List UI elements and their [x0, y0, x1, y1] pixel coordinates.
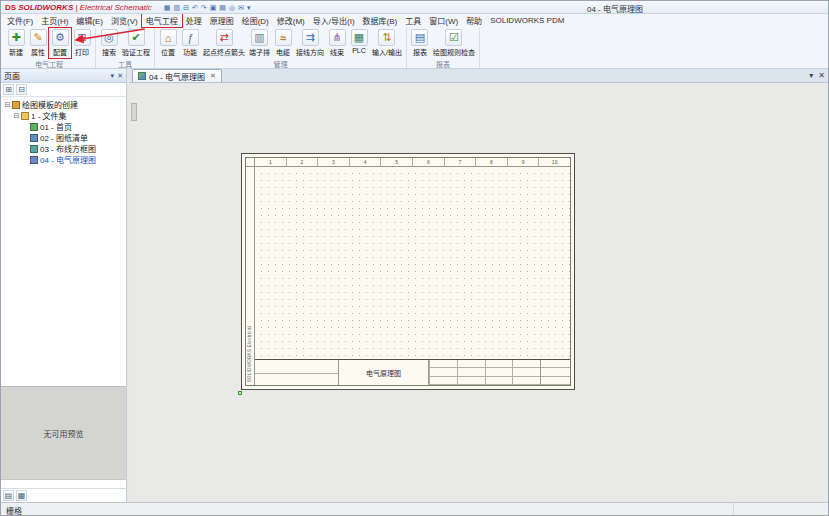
close-document-icon[interactable]: ✕ — [818, 71, 825, 80]
drawing-sheet[interactable]: 12345678910 SOLIDWORKS Electrical 电气原理图 — [241, 153, 575, 390]
undo-icon[interactable]: ↶ — [192, 3, 198, 12]
sheet-grid[interactable] — [255, 167, 570, 359]
ribbon-button-drc[interactable]: ☑绘图规则检查 — [431, 28, 477, 58]
tree-item-label: 绘图模板的创建 — [22, 99, 78, 110]
menu-tab-8[interactable]: 修改(M) — [273, 14, 309, 27]
menu-tab-7[interactable]: 绘图(D) — [238, 14, 273, 27]
solidworks-logo-icon: DS — [5, 3, 16, 12]
ribbon-group: ✚新建✎属性⚙配置⊟打印电气工程 — [3, 28, 96, 68]
ribbon-button-properties[interactable]: ✎属性 — [27, 28, 49, 58]
document-tabbar: 04 - 电气原理图 ✕ ▾✕ — [129, 69, 828, 83]
tab-list-dropdown-icon[interactable]: ▾ — [809, 71, 813, 80]
menu-tab-2[interactable]: 编辑(E) — [72, 14, 107, 27]
page-schematic-icon — [30, 156, 38, 164]
save-all-icon[interactable]: ▥ — [173, 3, 180, 12]
sheet-column-label: 10 — [538, 158, 570, 166]
fileset-icon — [21, 112, 29, 120]
cable-icon: ≈ — [275, 29, 292, 46]
panel-menu-icon[interactable]: ▾ — [111, 72, 115, 80]
quick-access-toolbar: ▦▥⊟↶↷▣▤◎✉▾ — [164, 3, 251, 12]
menu-tab-1[interactable]: 主页(H) — [37, 14, 72, 27]
sheet-column-label: 1 — [255, 158, 286, 166]
save-icon[interactable]: ▦ — [164, 3, 171, 12]
menu-tab-14[interactable]: SOLIDWORKS PDM — [486, 15, 568, 26]
application-window: DS SOLIDWORKS | Electrical Schematic ▦▥⊟… — [0, 0, 829, 516]
sheet-column-label: 3 — [317, 158, 349, 166]
brand-name: SOLIDWORKS — [18, 3, 73, 12]
menu-tab-13[interactable]: 帮助 — [462, 14, 486, 27]
expander-icon[interactable]: ⊟ — [3, 101, 12, 109]
ribbon-button-terminal-strip[interactable]: ▥端子排 — [247, 28, 272, 58]
ribbon-button-location[interactable]: ⌂位置 — [157, 28, 179, 58]
tree-item-5[interactable]: 04 - 电气原理图 — [1, 154, 126, 165]
ribbon-button-cable[interactable]: ≈电缆 — [272, 28, 294, 58]
print-icon: ⊟ — [74, 29, 91, 46]
tab-close-icon[interactable]: ✕ — [210, 72, 216, 80]
tree-item-0[interactable]: ⊟绘图模板的创建 — [1, 99, 126, 110]
menubar: 文件(F)主页(H)编辑(E)浏览(V)电气工程处理原理图绘图(D)修改(M)导… — [1, 14, 828, 27]
tree-item-4[interactable]: 03 - 布线方框图 — [1, 143, 126, 154]
menu-tab-11[interactable]: 工具 — [401, 14, 425, 27]
panel-close-icon[interactable]: ✕ — [117, 72, 123, 80]
zoom-icon[interactable]: ◎ — [229, 3, 235, 12]
tree-item-1[interactable]: ⊟1 - 文件集 — [1, 110, 126, 121]
preview-area: 无可用预览 — [1, 386, 126, 480]
tree-item-3[interactable]: 02 - 图纸清单 — [1, 132, 126, 143]
ribbon-button-print[interactable]: ⊟打印 — [71, 28, 93, 58]
ribbon-button-label: 起点终点箭头 — [203, 47, 245, 57]
grid-status: 栅格 — [6, 505, 22, 516]
print-icon[interactable]: ⊟ — [183, 3, 189, 12]
ribbon-button-report[interactable]: ▤报表 — [409, 28, 431, 58]
menu-tab-12[interactable]: 窗口(W) — [425, 14, 462, 27]
ribbon-button-function[interactable]: ƒ功能 — [179, 28, 201, 58]
ribbon-button-verify[interactable]: ✔验证工程 — [120, 28, 152, 58]
tabbar-controls: ▾✕ — [809, 71, 825, 80]
arrows-icon: ⇄ — [216, 29, 233, 46]
menu-tab-0[interactable]: 文件(F) — [3, 14, 37, 27]
paste-icon[interactable]: ▤ — [219, 3, 226, 12]
plc-icon: ▦ — [351, 29, 368, 46]
redo-icon[interactable]: ↷ — [201, 3, 207, 12]
menu-tab-4[interactable]: 电气工程 — [142, 14, 182, 27]
ribbon-button-wire-direction[interactable]: ⇉接线方向 — [294, 28, 326, 58]
menu-tab-10[interactable]: 数据库(B) — [359, 14, 402, 27]
sheet-column-label: 4 — [349, 158, 381, 166]
mail-icon[interactable]: ✉ — [238, 3, 244, 12]
statusbar: 栅格 — [1, 502, 828, 516]
titlebar: DS SOLIDWORKS | Electrical Schematic ▦▥⊟… — [1, 1, 828, 14]
panel-header: 页面 ▾✕ — [1, 69, 126, 83]
drawing-canvas[interactable]: 12345678910 SOLIDWORKS Electrical 电气原理图 — [129, 83, 828, 502]
ribbon-button-config[interactable]: ⚙配置 — [49, 28, 71, 58]
menu-tab-6[interactable]: 原理图 — [206, 14, 238, 27]
tree-item-label: 01 - 首页 — [40, 121, 72, 132]
ribbon-button-label: PLC — [352, 47, 366, 54]
menu-tab-3[interactable]: 浏览(V) — [107, 14, 142, 27]
ribbon-button-harness[interactable]: ⋔线束 — [326, 28, 348, 58]
ribbon-button-io[interactable]: ⇅输入/输出 — [370, 28, 404, 58]
copy-icon[interactable]: ▣ — [210, 3, 217, 12]
collapse-all-icon[interactable]: ⊟ — [16, 84, 27, 95]
properties-icon: ✎ — [30, 29, 47, 46]
ribbon-button-plc[interactable]: ▦PLC — [348, 28, 370, 55]
pages-view-icon[interactable]: ▤ — [3, 490, 14, 501]
panel-collapse-handle[interactable] — [131, 103, 137, 121]
ribbon-button-search[interactable]: ◎搜索 — [98, 28, 120, 58]
more-icon[interactable]: ▾ — [247, 3, 251, 12]
expander-icon[interactable]: ⊟ — [12, 112, 21, 120]
menu-tab-5[interactable]: 处理 — [182, 14, 206, 27]
document-tab[interactable]: 04 - 电气原理图 ✕ — [132, 69, 222, 82]
ribbon-button-new[interactable]: ✚新建 — [5, 28, 27, 58]
function-icon: ƒ — [182, 29, 199, 46]
report-icon: ▤ — [411, 29, 428, 46]
expand-all-icon[interactable]: ⊞ — [3, 84, 14, 95]
title-block-cell — [457, 368, 485, 376]
ribbon-button-arrows[interactable]: ⇄起点终点箭头 — [201, 28, 247, 58]
title-block-title: 电气原理图 — [339, 360, 429, 385]
ribbon-button-label: 功能 — [183, 47, 197, 57]
ribbon-button-label: 属性 — [31, 47, 45, 57]
tree-item-2[interactable]: 01 - 首页 — [1, 121, 126, 132]
preview-toggle-icon[interactable]: ▦ — [16, 490, 27, 501]
title-block-cell — [429, 360, 457, 368]
menu-tab-9[interactable]: 导入/导出(I) — [309, 14, 359, 27]
tree-item-label: 04 - 电气原理图 — [40, 154, 96, 165]
